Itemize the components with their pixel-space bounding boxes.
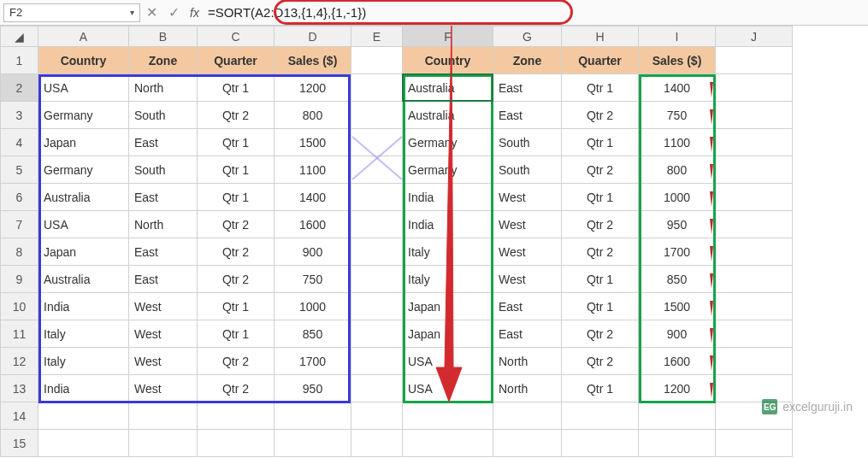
cell-empty[interactable] — [275, 402, 351, 430]
cell-empty[interactable] — [716, 430, 793, 457]
cell-country-right[interactable]: Japan — [403, 320, 493, 348]
cell-zone-left[interactable]: West — [129, 293, 198, 320]
cell-sales-right[interactable]: 900 — [639, 320, 716, 348]
cell-zone-right[interactable]: West — [493, 238, 562, 266]
cell-sales-right[interactable]: 750 — [639, 102, 716, 129]
cell-empty[interactable] — [351, 211, 403, 238]
cell-quarter-left[interactable]: Qtr 1 — [198, 184, 275, 211]
cell-zone-right[interactable]: North — [493, 375, 562, 402]
cell-country-left[interactable]: Japan — [38, 129, 129, 156]
cell-quarter-right[interactable]: Qtr 2 — [562, 320, 639, 348]
cell-zone-left[interactable]: South — [129, 102, 198, 129]
cell-empty[interactable] — [493, 430, 562, 457]
col-header-F[interactable]: F — [403, 26, 493, 47]
cell-empty[interactable] — [351, 47, 403, 74]
name-box[interactable]: F2 ▾ — [3, 3, 140, 22]
cell-country-left[interactable]: Italy — [38, 348, 129, 375]
formula-input[interactable]: =SORT(A2:D13,{1,4},{1,-1}) — [204, 3, 865, 22]
cell-empty[interactable] — [716, 47, 793, 74]
cell-empty[interactable] — [351, 430, 403, 457]
header-sales-right[interactable]: Sales ($) — [639, 47, 716, 74]
cell-empty[interactable] — [351, 375, 403, 402]
cell-empty[interactable] — [716, 266, 793, 293]
row-header[interactable]: 9 — [1, 266, 38, 293]
cell-empty[interactable] — [198, 402, 275, 430]
cell-empty[interactable] — [198, 430, 275, 457]
row-header[interactable]: 10 — [1, 293, 38, 320]
cell-empty[interactable] — [351, 74, 403, 102]
cell-empty[interactable] — [716, 293, 793, 320]
cell-quarter-right[interactable]: Qtr 1 — [562, 74, 639, 102]
cell-empty[interactable] — [275, 430, 351, 457]
cell-empty[interactable] — [716, 74, 793, 102]
cell-sales-left[interactable]: 900 — [275, 238, 351, 266]
cell-quarter-right[interactable]: Qtr 2 — [562, 348, 639, 375]
cell-sales-right[interactable]: 800 — [639, 156, 716, 184]
col-header-B[interactable]: B — [129, 26, 198, 47]
cell-country-left[interactable]: Australia — [38, 184, 129, 211]
cell-empty[interactable] — [716, 375, 793, 402]
cell-empty[interactable] — [38, 402, 129, 430]
cell-empty[interactable] — [129, 402, 198, 430]
cell-zone-right[interactable]: East — [493, 320, 562, 348]
cell-sales-right[interactable]: 1100 — [639, 129, 716, 156]
row-header[interactable]: 8 — [1, 238, 38, 266]
cell-country-right[interactable]: Germany — [403, 156, 493, 184]
cell-empty[interactable] — [716, 320, 793, 348]
cell-empty[interactable] — [351, 293, 403, 320]
row-header[interactable]: 13 — [1, 375, 38, 402]
cell-quarter-right[interactable]: Qtr 2 — [562, 102, 639, 129]
cell-empty[interactable] — [562, 402, 639, 430]
cell-quarter-right[interactable]: Qtr 2 — [562, 238, 639, 266]
cell-quarter-right[interactable]: Qtr 1 — [562, 184, 639, 211]
cell-sales-left[interactable]: 800 — [275, 102, 351, 129]
cell-country-right[interactable]: USA — [403, 348, 493, 375]
fx-icon[interactable]: fx — [185, 6, 204, 20]
cell-empty[interactable] — [351, 238, 403, 266]
cell-empty[interactable] — [351, 184, 403, 211]
cell-empty[interactable] — [351, 266, 403, 293]
cell-zone-left[interactable]: South — [129, 156, 198, 184]
cell-country-right[interactable]: Germany — [403, 129, 493, 156]
cell-empty[interactable] — [562, 430, 639, 457]
cell-country-right[interactable]: Italy — [403, 238, 493, 266]
row-header[interactable]: 3 — [1, 102, 38, 129]
cell-sales-left[interactable]: 1400 — [275, 184, 351, 211]
cell-zone-right[interactable]: East — [493, 74, 562, 102]
accept-formula-button[interactable]: ✓ — [162, 3, 185, 22]
worksheet[interactable]: ◢ A B C D E F G H I J 1CountryZoneQuarte… — [0, 26, 868, 457]
cell-quarter-right[interactable]: Qtr 1 — [562, 293, 639, 320]
col-header-D[interactable]: D — [275, 26, 351, 47]
cell-empty[interactable] — [716, 238, 793, 266]
header-quarter-right[interactable]: Quarter — [562, 47, 639, 74]
cell-country-right[interactable]: Australia — [403, 102, 493, 129]
cell-sales-left[interactable]: 1100 — [275, 156, 351, 184]
cell-sales-left[interactable]: 1200 — [275, 74, 351, 102]
cell-quarter-left[interactable]: Qtr 1 — [198, 129, 275, 156]
cell-quarter-left[interactable]: Qtr 2 — [198, 266, 275, 293]
cell-empty[interactable] — [716, 156, 793, 184]
cell-zone-left[interactable]: West — [129, 375, 198, 402]
cell-country-left[interactable]: Italy — [38, 320, 129, 348]
cell-quarter-right[interactable]: Qtr 1 — [562, 266, 639, 293]
cell-sales-left[interactable]: 850 — [275, 320, 351, 348]
cell-empty[interactable] — [351, 129, 403, 156]
header-country-right[interactable]: Country — [403, 47, 493, 74]
cell-country-left[interactable]: India — [38, 375, 129, 402]
cell-empty[interactable] — [351, 102, 403, 129]
cell-zone-right[interactable]: West — [493, 184, 562, 211]
header-zone-right[interactable]: Zone — [493, 47, 562, 74]
cell-empty[interactable] — [716, 129, 793, 156]
cell-country-right[interactable]: USA — [403, 375, 493, 402]
col-header-I[interactable]: I — [639, 26, 716, 47]
row-header[interactable]: 6 — [1, 184, 38, 211]
cell-zone-right[interactable]: South — [493, 156, 562, 184]
row-header[interactable]: 2 — [1, 74, 38, 102]
cell-sales-right[interactable]: 950 — [639, 211, 716, 238]
cell-zone-left[interactable]: West — [129, 348, 198, 375]
cell-country-left[interactable]: Japan — [38, 238, 129, 266]
header-country-left[interactable]: Country — [38, 47, 129, 74]
cell-country-right[interactable]: India — [403, 211, 493, 238]
cell-empty[interactable] — [351, 320, 403, 348]
cell-quarter-left[interactable]: Qtr 1 — [198, 74, 275, 102]
